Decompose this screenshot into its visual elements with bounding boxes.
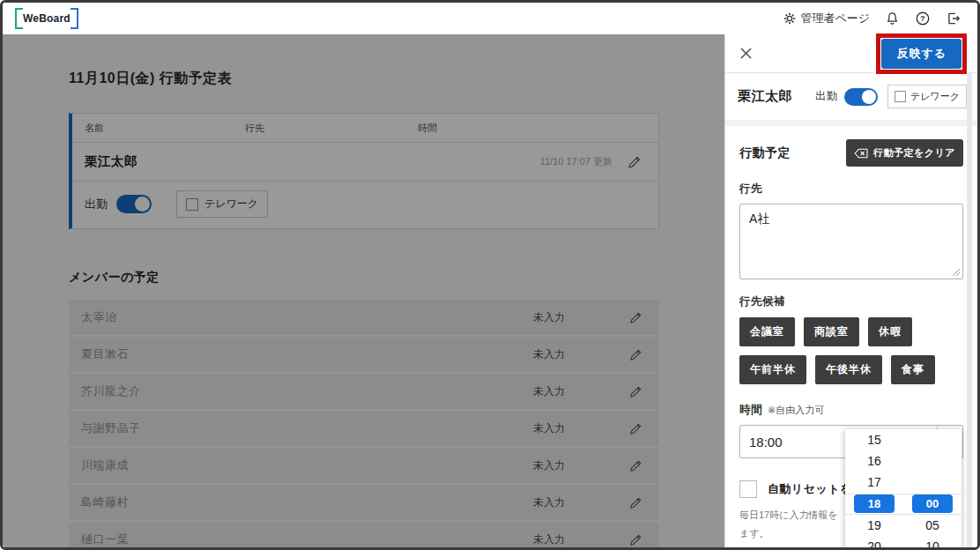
toggle-knob (862, 90, 876, 104)
weboard-logo[interactable]: WeBoard (15, 8, 78, 29)
notifications-button[interactable] (885, 11, 900, 26)
telework-label: テレワーク (910, 90, 960, 103)
member-name: 与謝野晶子 (81, 420, 141, 436)
candidate-button[interactable]: 午後半休 (815, 355, 882, 384)
logout-button[interactable] (946, 11, 961, 26)
updated-timestamp: 11/10 17:07 更新 (540, 155, 612, 168)
my-schedule-row: 栗江太郎 11/10 17:07 更新 (72, 143, 658, 182)
status-text: 未入力 (533, 384, 565, 399)
status-text: 未入力 (533, 421, 565, 436)
destination-textarea[interactable]: A社 (739, 204, 963, 279)
gear-icon (783, 11, 797, 26)
candidates-label: 行先候補 (739, 294, 963, 309)
telework-label: テレワーク (204, 197, 258, 212)
admin-page-label: 管理者ページ (800, 11, 870, 26)
time-label: 時間 (739, 403, 762, 418)
telework-checkbox[interactable]: テレワーク (176, 190, 268, 218)
member-name: 太宰治 (81, 309, 117, 325)
panel-attendance: 出勤 (815, 88, 878, 106)
candidate-button[interactable]: 会議室 (739, 317, 795, 346)
toggle-knob (135, 197, 150, 212)
status-text: 未入力 (533, 347, 565, 362)
minute-option-selected[interactable]: 00 (903, 494, 961, 514)
logo-bracket-left-icon (15, 8, 23, 29)
minute-option[interactable]: 05 (903, 515, 961, 536)
help-button[interactable]: ? (915, 11, 931, 26)
candidate-button[interactable]: 食事 (891, 355, 935, 384)
logo-text: WeBoard (23, 12, 71, 25)
destination-candidates: 会議室 商談室 休暇 午前半休 午後半休 食事 (739, 317, 963, 384)
backspace-icon (854, 148, 868, 159)
panel-user-name: 栗江太郎 (738, 88, 792, 105)
close-panel-button[interactable] (738, 45, 754, 62)
attendance-toggle[interactable] (844, 88, 878, 106)
destination-value: A社 (749, 212, 769, 226)
candidate-button[interactable]: 商談室 (804, 317, 859, 346)
header-actions: 管理者ページ ? (783, 11, 961, 26)
time-picker-popup: 15 16 17 18 00 19 05 (845, 429, 961, 550)
member-name: 島崎藤村 (81, 494, 129, 510)
minute-option-empty (903, 450, 961, 472)
table-row: 太宰治 未入力 (69, 300, 659, 337)
edit-pencil-icon[interactable] (628, 495, 643, 510)
hour-option[interactable]: 16 (845, 450, 903, 472)
hour-option[interactable]: 15 (845, 429, 903, 450)
auto-reset-checkbox[interactable] (739, 480, 757, 498)
hour-option[interactable]: 20 (845, 536, 903, 550)
clear-button-label: 行動予定をクリア (873, 146, 955, 160)
edit-pencil-icon[interactable] (628, 310, 643, 325)
schedule-section-heading: 行動予定 (739, 145, 791, 161)
edit-panel: 反映する 栗江太郎 出勤 テレワーク 行動予定 (724, 34, 977, 547)
bell-icon (885, 11, 900, 26)
minute-option-empty (903, 472, 961, 493)
status-text: 未入力 (533, 495, 565, 510)
member-name: 芥川龍之介 (81, 383, 141, 399)
svg-text:?: ? (920, 14, 924, 23)
checkbox-icon (895, 91, 906, 102)
edit-pencil-icon[interactable] (628, 421, 643, 436)
member-name: 夏目漱石 (81, 346, 129, 362)
table-row: 与謝野晶子 未入力 (69, 411, 659, 448)
time-free-input-note: ※自由入力可 (768, 404, 824, 417)
status-text: 未入力 (533, 310, 565, 325)
resize-handle-icon[interactable] (952, 268, 961, 277)
candidate-button[interactable]: 午前半休 (739, 355, 806, 384)
help-icon: ? (915, 11, 931, 26)
edit-pencil-icon[interactable] (628, 532, 643, 547)
my-schedule-card: 名前 行先 時間 栗江太郎 11/10 17:07 更新 (69, 113, 659, 229)
panel-user-row: 栗江太郎 出勤 テレワーク (725, 73, 977, 120)
candidate-button[interactable]: 休暇 (868, 317, 912, 346)
apply-button[interactable]: 反映する (881, 39, 961, 69)
app-window: WeBoard 管理者ページ (0, 0, 980, 550)
table-row: 夏目漱石 未入力 (69, 337, 659, 374)
hour-option-selected[interactable]: 18 (845, 494, 903, 514)
main-area: 11月10日(金) 行動予定表 名前 行先 時間 栗江太郎 11/10 17:0… (3, 34, 724, 547)
edit-pencil-icon[interactable] (628, 347, 643, 362)
column-time: 時間 (418, 122, 437, 135)
attendance-label: 出勤 (815, 89, 837, 104)
telework-checkbox[interactable]: テレワーク (887, 85, 967, 108)
member-name: 川端康成 (81, 457, 129, 473)
column-name: 名前 (72, 122, 245, 135)
status-text: 未入力 (533, 532, 565, 547)
edit-pencil-icon[interactable] (628, 458, 643, 473)
hour-option[interactable]: 19 (845, 515, 903, 536)
page-title: 11月10日(金) 行動予定表 (69, 70, 659, 88)
panel-scrollbar[interactable] (967, 73, 972, 547)
selected-time-row: 18 00 (845, 494, 961, 515)
attendance-toggle[interactable] (116, 195, 152, 213)
admin-page-link[interactable]: 管理者ページ (783, 11, 870, 26)
minute-option[interactable]: 10 (903, 536, 961, 550)
auto-reset-label: 自動リセットを (768, 481, 852, 497)
close-icon (738, 45, 754, 62)
section-divider (725, 120, 977, 126)
edit-pencil-icon[interactable] (628, 384, 643, 399)
attendance-label: 出勤 (85, 197, 108, 212)
logo-bracket-right-icon (71, 8, 78, 29)
members-table: 太宰治 未入力 夏目漱石 未入力 芥川龍之介 未入力 (69, 300, 659, 547)
edit-pencil-icon[interactable] (627, 154, 642, 170)
status-text: 未入力 (533, 458, 565, 473)
hour-option[interactable]: 17 (845, 472, 903, 493)
clear-schedule-button[interactable]: 行動予定をクリア (846, 139, 963, 167)
minute-option-empty (903, 429, 961, 450)
